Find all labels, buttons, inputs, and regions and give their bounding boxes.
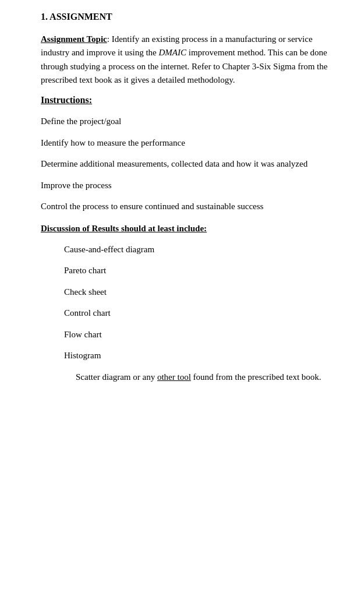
discussion-list: Cause-and-effect diagram Pareto chart Ch… <box>64 243 341 384</box>
discussion-item-5: Flow chart <box>64 328 341 341</box>
discussion-item-5-text: Flow chart <box>64 330 102 339</box>
other-tool-link: other tool <box>157 372 191 382</box>
page-content: 1. ASSIGNMENT Assignment Topic: Identify… <box>41 12 341 384</box>
discussion-label: Discussion of Results should at least in… <box>41 224 341 234</box>
instruction-item-3: Determine additional measurements, colle… <box>41 157 341 171</box>
topic-label: Assignment Topic <box>41 34 107 44</box>
discussion-item-6-text: Histogram <box>64 351 101 360</box>
scatter-item: Scatter diagram or any other tool found … <box>76 371 341 384</box>
scatter-prefix: Scatter diagram or any <box>76 372 157 382</box>
assignment-topic-paragraph: Assignment Topic: Identify an existing p… <box>41 33 341 87</box>
instruction-item-4: Improve the process <box>41 179 341 192</box>
discussion-section: Discussion of Results should at least in… <box>41 224 341 384</box>
instruction-item-5: Control the process to ensure continued … <box>41 200 341 213</box>
scatter-suffix: found from the prescribed text book. <box>191 372 321 382</box>
discussion-item-4: Control chart <box>64 306 341 320</box>
section-title: 1. ASSIGNMENT <box>41 12 341 22</box>
discussion-item-1-text: Cause-and-effect diagram <box>64 245 154 254</box>
discussion-item-2: Pareto chart <box>64 264 341 277</box>
instructions-section: Instructions: Define the project/goal Id… <box>41 95 341 213</box>
discussion-item-2-text: Pareto chart <box>64 266 106 275</box>
instruction-2-text: Identify how to measure the performance <box>41 138 185 147</box>
discussion-item-4-text: Control chart <box>64 308 111 318</box>
instruction-4-text: Improve the process <box>41 181 112 190</box>
instructions-label: Instructions: <box>41 95 341 105</box>
dmaic-italic: DMAIC <box>158 48 186 57</box>
discussion-item-3-text: Check sheet <box>64 287 107 297</box>
instruction-5-text: Control the process to ensure continued … <box>41 202 263 211</box>
instruction-item-2: Identify how to measure the performance <box>41 136 341 150</box>
instruction-3-text: Determine additional measurements, colle… <box>41 159 308 168</box>
instruction-item-1: Define the project/goal <box>41 115 341 128</box>
discussion-item-6: Histogram <box>64 349 341 362</box>
discussion-item-3: Check sheet <box>64 285 341 299</box>
instruction-1-text: Define the project/goal <box>41 117 121 126</box>
discussion-item-1: Cause-and-effect diagram <box>64 243 341 256</box>
